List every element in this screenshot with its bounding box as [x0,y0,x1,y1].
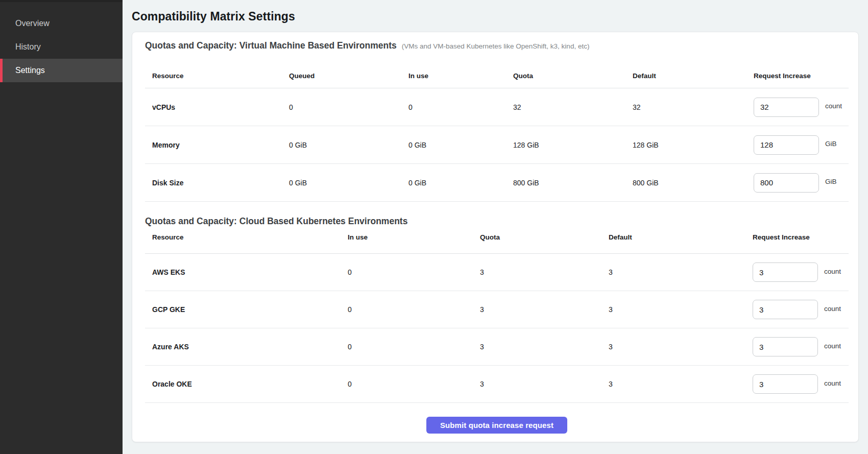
quota-value: 128 GiB [513,141,633,149]
cloud-section-title: Quotas and Capacity: Cloud Based Kuberne… [145,215,407,227]
table-row-aws-eks: AWS EKS 0 3 3 count [145,254,849,291]
quota-settings-card: Quotas and Capacity: Virtual Machine Bas… [132,32,859,442]
sidebar-item-overview[interactable]: Overview [0,12,123,35]
vm-col-quota: Quota [513,72,633,80]
request-increase-input-disk-size[interactable] [754,173,819,193]
sidebar-item-settings[interactable]: Settings [0,59,123,82]
in-use-value: 0 [348,380,480,388]
in-use-value: 0 [348,343,480,351]
unit-label: count [824,342,841,350]
vm-col-queued: Queued [289,72,408,80]
vm-section-title: Quotas and Capacity: Virtual Machine Bas… [145,39,397,52]
in-use-value: 0 GiB [408,179,513,187]
submit-quota-increase-button[interactable]: Submit quota increase request [426,417,567,434]
in-use-value: 0 [348,305,480,314]
default-value: 32 [633,103,754,111]
default-value: 3 [609,343,753,351]
quota-value: 3 [480,305,609,314]
vm-col-default: Default [633,72,754,80]
queued-value: 0 GiB [289,179,408,187]
queued-value: 0 [289,103,408,111]
resource-name: Oracle OKE [145,380,348,388]
unit-label: GiB [825,178,837,185]
in-use-value: 0 [408,103,513,111]
page-title: Compatibility Matrix Settings [132,10,859,23]
resource-name: Disk Size [145,179,289,187]
request-increase-input-vcpus[interactable] [754,98,819,117]
table-row-azure-aks: Azure AKS 0 3 3 count [145,328,849,366]
default-value: 3 [609,305,753,314]
quota-value: 800 GiB [513,179,633,187]
quota-value: 3 [480,343,609,351]
unit-label: GiB [825,140,837,148]
quota-value: 3 [480,268,609,276]
resource-name: GCP GKE [145,305,348,314]
cloud-col-default: Default [609,233,753,241]
unit-label: count [824,379,841,387]
table-row-vcpus: vCPUs 0 0 32 32 count [145,88,849,126]
submit-row: Submit quota increase request [145,403,849,434]
unit-label: count [825,102,842,110]
cloud-col-in-use: In use [348,233,480,241]
request-increase-input-azure-aks[interactable] [753,337,818,356]
unit-label: count [824,268,841,275]
default-value: 128 GiB [633,141,754,149]
vm-section-header: Quotas and Capacity: Virtual Machine Bas… [145,39,849,53]
sidebar-item-history[interactable]: History [0,35,123,59]
table-row-memory: Memory 0 GiB 0 GiB 128 GiB 128 GiB GiB [145,126,849,164]
default-value: 800 GiB [633,179,754,187]
cloud-section-header: Quotas and Capacity: Cloud Based Kuberne… [145,215,849,227]
resource-name: vCPUs [145,103,289,111]
cloud-col-resource: Resource [145,233,348,241]
table-row-disk-size: Disk Size 0 GiB 0 GiB 800 GiB 800 GiB Gi… [145,164,849,202]
resource-name: Azure AKS [145,343,348,351]
resource-name: Memory [145,141,289,149]
request-increase-input-aws-eks[interactable] [753,262,818,282]
queued-value: 0 GiB [289,141,408,149]
quota-value: 3 [480,380,609,388]
request-increase-input-oracle-oke[interactable] [753,374,818,394]
main-content: Compatibility Matrix Settings Quotas and… [123,0,868,454]
unit-label: count [824,305,841,313]
in-use-value: 0 [348,268,480,276]
cloud-table-header-row: Resource In use Quota Default Request In… [145,227,849,254]
vm-col-request-increase: Request Increase [754,72,849,80]
cloud-col-quota: Quota [480,233,609,241]
quota-value: 32 [513,103,633,111]
vm-section-subtitle: (VMs and VM-based Kubernetes like OpenSh… [402,40,590,53]
request-increase-input-gcp-gke[interactable] [753,300,818,319]
default-value: 3 [609,380,753,388]
in-use-value: 0 GiB [408,141,513,149]
table-row-gcp-gke: GCP GKE 0 3 3 count [145,291,849,328]
table-row-oracle-oke: Oracle OKE 0 3 3 count [145,366,849,403]
vm-col-resource: Resource [145,72,289,80]
cloud-col-request-increase: Request Increase [753,233,849,241]
vm-col-in-use: In use [408,72,513,80]
resource-name: AWS EKS [145,268,348,276]
sidebar: Overview History Settings [0,0,123,454]
request-increase-input-memory[interactable] [754,135,819,155]
vm-table-header-row: Resource Queued In use Quota Default Req… [145,63,849,88]
default-value: 3 [609,268,753,276]
